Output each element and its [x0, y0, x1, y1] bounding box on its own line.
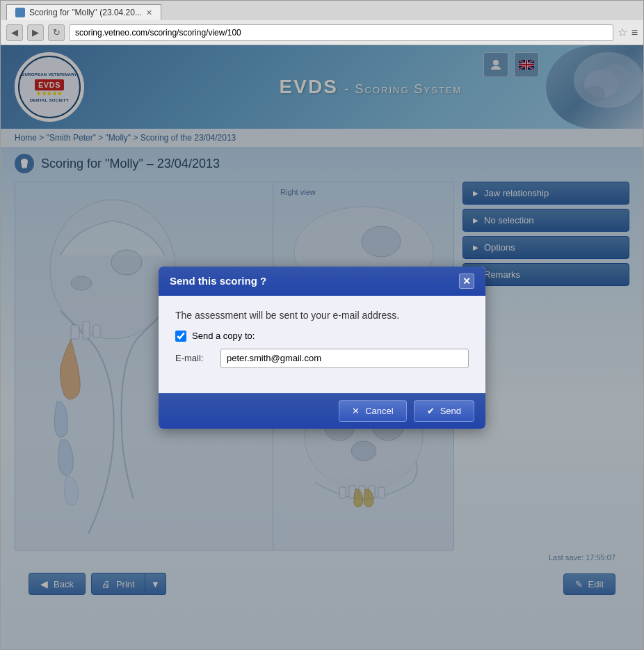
- tab-title: Scoring for "Molly" (23.04.20...: [29, 8, 142, 17]
- modal-body: The assessment will be sent to your e-ma…: [159, 296, 485, 393]
- email-row: E-mail:: [175, 349, 469, 368]
- cancel-button[interactable]: ✕ Cancel: [339, 400, 406, 422]
- browser-toolbar: ◀ ▶ ↻ ☆ ≡: [1, 20, 643, 45]
- modal-overlay: Send this scoring ? ✕ The assessment wil…: [1, 45, 643, 649]
- modal-header: Send this scoring ? ✕: [159, 267, 485, 296]
- forward-nav-button[interactable]: ▶: [27, 24, 44, 41]
- modal-message: The assessment will be sent to your e-ma…: [175, 310, 469, 321]
- send-label: Send: [440, 406, 461, 416]
- browser-window: Scoring for "Molly" (23.04.20... ✕ ◀ ▶ ↻…: [0, 0, 644, 650]
- back-nav-button[interactable]: ◀: [6, 24, 23, 41]
- send-copy-checkbox[interactable]: [175, 331, 186, 342]
- menu-icon[interactable]: ≡: [631, 26, 638, 39]
- tab-bar: Scoring for "Molly" (23.04.20... ✕: [1, 1, 643, 20]
- email-label: E-mail:: [175, 353, 214, 363]
- page-content: EUROPEAN VETERINARY EVDS ★★★★★ DENTAL SO…: [1, 45, 643, 649]
- send-copy-label: Send a copy to:: [192, 331, 255, 341]
- browser-tab[interactable]: Scoring for "Molly" (23.04.20... ✕: [6, 4, 161, 20]
- tab-close-button[interactable]: ✕: [146, 8, 152, 17]
- bookmark-icon[interactable]: ☆: [618, 26, 627, 39]
- cancel-icon: ✕: [352, 406, 360, 416]
- reload-button[interactable]: ↻: [48, 24, 65, 41]
- email-input[interactable]: [220, 349, 469, 368]
- send-icon: ✔: [427, 406, 435, 416]
- cancel-label: Cancel: [365, 406, 393, 416]
- modal-title: Send this scoring ?: [170, 275, 266, 287]
- send-copy-row: Send a copy to:: [175, 331, 469, 342]
- modal-dialog: Send this scoring ? ✕ The assessment wil…: [159, 267, 485, 429]
- send-button[interactable]: ✔ Send: [414, 400, 474, 422]
- address-bar[interactable]: [69, 24, 613, 41]
- tab-favicon: [15, 8, 25, 17]
- modal-close-button[interactable]: ✕: [459, 274, 474, 289]
- modal-footer: ✕ Cancel ✔ Send: [159, 393, 485, 429]
